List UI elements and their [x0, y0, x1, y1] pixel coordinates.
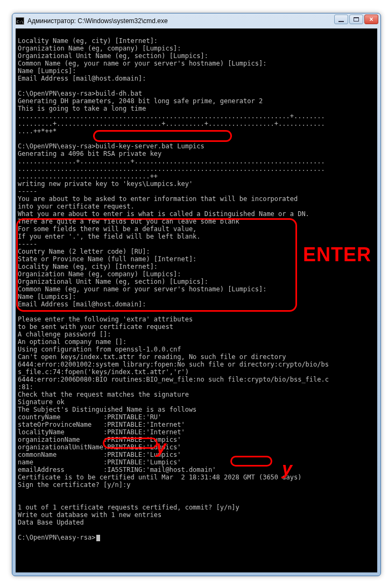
output-line: Check that the request matches the signa…	[18, 391, 189, 398]
output-line: Generating a 4096 bit RSA private key	[18, 150, 161, 157]
entered-command: build-key-server.bat Lumpics	[96, 142, 204, 150]
output-line: to be sent with your certificate request	[18, 323, 173, 331]
output-line: stateOrProvinceName :PRINTABLE:'Internet…	[18, 421, 185, 428]
output-line: into your certificate request.	[18, 203, 135, 210]
output-line: name :PRINTABLE:'Lumpics'	[18, 458, 181, 466]
output-line: Organization Name (eg, company) [Lumpics…	[18, 45, 181, 52]
output-line: For some fields there will be a default …	[18, 225, 196, 233]
prompt-path: C:\OpenVPN\easy-rsa>	[18, 142, 96, 150]
output-line: ...............+.............+..........…	[18, 157, 325, 165]
output-line: An optional company name []:	[18, 338, 126, 346]
output-line: ..................................++	[18, 173, 158, 180]
output-line: Write out database with 1 new entries	[18, 511, 161, 519]
output-line: You are about to be asked to enter infor…	[18, 195, 298, 203]
window-controls: ×	[334, 15, 378, 24]
minimize-button[interactable]	[334, 15, 348, 24]
output-line: Locality Name (eg, city) [Internet]:	[18, 37, 158, 45]
close-button[interactable]: ×	[364, 15, 378, 24]
output-line: Name [Lumpics]:	[18, 67, 76, 75]
cursor	[96, 535, 100, 541]
output-line: commonName :PRINTABLE:'Lumpics'	[18, 451, 181, 458]
output-line: 6444:error:2006D080:BIO routines:BIO_new…	[18, 376, 329, 383]
maximize-button[interactable]	[349, 15, 363, 24]
output-line: Generating DH parameters, 2048 bit long …	[18, 97, 263, 105]
output-line: ........................................…	[18, 165, 325, 173]
output-line: Email Address [mail@host.domain]:	[18, 75, 146, 82]
output-line: organizationName :PRINTABLE:'Lumpics'	[18, 436, 181, 443]
sign-answer: [y/n]:y	[100, 481, 131, 489]
output-line: 6444:error:02001002:system library:fopen…	[18, 361, 329, 368]
output-line: Locality Name (eg, city) [Internet]:	[18, 263, 158, 270]
window-title: Администратор: C:\Windows\system32\cmd.e…	[27, 17, 378, 25]
commit-question: 1 out of 1 certificate requests certifie…	[18, 504, 212, 511]
output-line: Can't open keys/index.txt.attr for readi…	[18, 353, 286, 361]
output-line: Data Base Updated	[18, 519, 84, 526]
output-line: If you enter '.', the field will be left…	[18, 233, 201, 240]
sign-question: Sign the certificate?	[18, 481, 100, 489]
output-line: .........+...........................+..…	[18, 120, 325, 127]
commit-answer: [y/n]y	[212, 504, 239, 511]
cmd-window: Администратор: C:\Windows\system32\cmd.e…	[12, 13, 381, 576]
output-line: Certificate is to be certified until Mar…	[18, 474, 301, 481]
output-line: ....++*++*	[18, 127, 57, 135]
output-line: s_file.c:74:fopen('keys/index.txt.attr',…	[18, 368, 189, 376]
output-line: -----	[18, 188, 37, 195]
output-line: ........................................…	[18, 112, 325, 120]
output-line: State or Province Name (full name) [Inte…	[18, 255, 196, 263]
output-line: Name [Lumpics]:	[18, 293, 76, 300]
output-line: Organizational Unit Name (eg, section) […	[18, 52, 208, 60]
output-line: Country Name (2 letter code) [RU]:	[18, 248, 150, 255]
window-titlebar[interactable]: Администратор: C:\Windows\system32\cmd.e…	[12, 13, 380, 28]
cmd-icon	[16, 17, 24, 25]
output-line: There are quite a few fields but you can…	[18, 218, 239, 225]
output-line: This is going to take a long time	[18, 105, 146, 112]
output-line: What you are about to enter is what is c…	[18, 210, 309, 218]
output-line: A challenge password []:	[18, 331, 111, 338]
output-line: Signature ok	[18, 398, 65, 406]
terminal-output[interactable]: Locality Name (eg, city) [Internet]: Org…	[16, 28, 377, 572]
output-line: countryName :PRINTABLE:'RU'	[18, 413, 161, 421]
output-line: localityName :PRINTABLE:'Internet'	[18, 428, 185, 436]
output-line: writing new private key to 'keys\Lumpics…	[18, 180, 193, 188]
output-line: Using configuration from openssl-1.0.0.c…	[18, 346, 181, 353]
output-line: Organizational Unit Name (eg, section) […	[18, 278, 208, 285]
output-line: :81:	[18, 383, 33, 391]
prompt-current: C:\OpenVPN\easy-rsa>	[18, 534, 96, 541]
output-line: organizationalUnitName:PRINTABLE:'Lumpic…	[18, 443, 181, 451]
output-line: Common Name (eg, your name or your serve…	[18, 285, 266, 293]
output-line: Organization Name (eg, company) [Lumpics…	[18, 270, 181, 278]
output-line: -----	[18, 240, 37, 248]
output-line: Common Name (eg, your name or your serve…	[18, 60, 266, 67]
output-line: The Subject's Distinguished Name is as f…	[18, 406, 196, 413]
output-line: Please enter the following 'extra' attri…	[18, 315, 193, 323]
output-line: Email Address [mail@host.domain]:	[18, 300, 146, 308]
output-line: C:\OpenVPN\easy-rsa>build-dh.bat	[18, 90, 142, 97]
output-line: emailAddress :IA5STRING:'mail@host.domai…	[18, 466, 216, 474]
